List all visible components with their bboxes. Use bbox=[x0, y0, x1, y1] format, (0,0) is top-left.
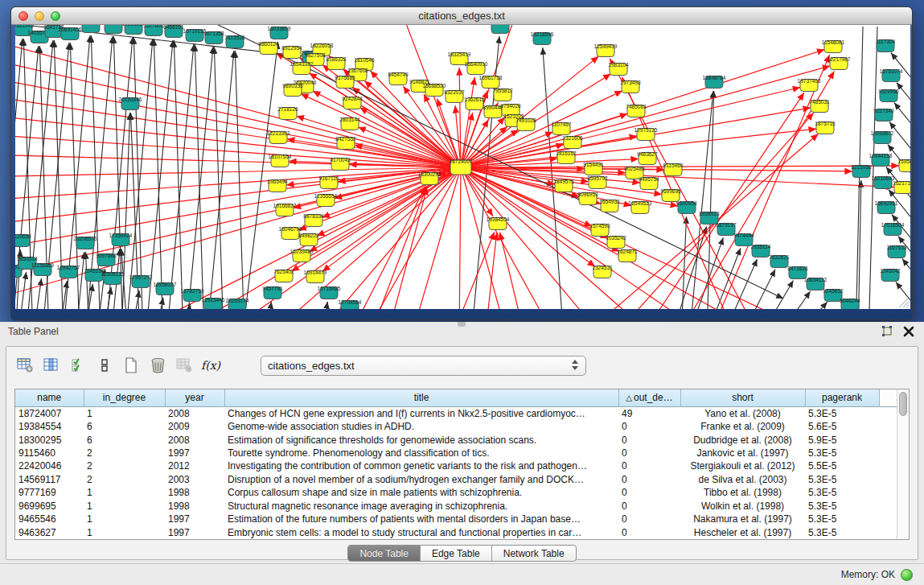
table-row[interactable]: 969969511998Structural magnetic resonanc… bbox=[15, 500, 897, 513]
column-header-title[interactable]: title bbox=[224, 389, 618, 406]
table-cell[interactable]: Genome-wide association studies in ADHD. bbox=[224, 420, 618, 433]
table-cell[interactable]: 6 bbox=[84, 433, 165, 446]
table-row[interactable]: 1938455462009Genome-wide association stu… bbox=[15, 420, 897, 433]
column-header-name[interactable]: name bbox=[15, 389, 84, 406]
table-cell[interactable]: 0 bbox=[618, 447, 680, 459]
table-cell[interactable]: Stergiakouli et al. (2012) bbox=[680, 459, 805, 472]
table-cell[interactable]: 9465546 bbox=[15, 513, 84, 525]
table-cell[interactable]: 2008 bbox=[165, 433, 224, 446]
table-row[interactable]: 946554611997Estimation of the future num… bbox=[15, 513, 897, 525]
table-cell[interactable]: Franke et al. (2009) bbox=[680, 420, 805, 433]
table-row[interactable]: 977716911998Corpus callosum shape and si… bbox=[15, 486, 897, 499]
table-cell[interactable]: 0 bbox=[618, 459, 680, 472]
table-cell[interactable]: 2 bbox=[84, 459, 165, 472]
table-cell[interactable]: 5.3E-5 bbox=[805, 500, 879, 513]
graph-node[interactable] bbox=[82, 25, 100, 33]
table-cell[interactable]: 5.9E-5 bbox=[805, 433, 879, 446]
split-pane-handle[interactable] bbox=[458, 322, 466, 327]
graph-node[interactable] bbox=[491, 25, 509, 34]
graph-edge[interactable] bbox=[133, 37, 143, 309]
table-cell[interactable]: 0 bbox=[618, 500, 680, 513]
table-cell[interactable]: 2 bbox=[84, 447, 165, 459]
table-mode-icon[interactable] bbox=[14, 354, 35, 377]
table-cell[interactable]: 1997 bbox=[165, 513, 224, 525]
graph-edge[interactable] bbox=[105, 37, 133, 309]
table-cell[interactable]: 2009 bbox=[165, 420, 224, 433]
table-cell[interactable]: Tourette syndrome. Phenomenology and cla… bbox=[224, 447, 618, 459]
table-cell[interactable]: Yano et al. (2008) bbox=[680, 406, 805, 420]
network-canvas[interactable]: 8331045140557149541712206914062043778410… bbox=[15, 25, 910, 309]
scrollbar-thumb[interactable] bbox=[899, 392, 907, 416]
canvas-resize-grip[interactable] bbox=[898, 297, 910, 308]
column-header-year[interactable]: year bbox=[165, 389, 224, 406]
graph-edge[interactable] bbox=[322, 302, 327, 309]
table-cell[interactable]: 1997 bbox=[165, 525, 224, 539]
close-window-button[interactable] bbox=[18, 11, 28, 21]
table-cell[interactable]: 0 bbox=[618, 473, 680, 486]
table-cell[interactable]: de Silva et al. (2003) bbox=[680, 473, 805, 486]
graph-edge[interactable] bbox=[889, 122, 910, 157]
select-columns-icon[interactable] bbox=[68, 354, 88, 377]
table-cell[interactable]: 5.3E-5 bbox=[805, 513, 879, 525]
table-row[interactable]: 1872400712008Changes of HCN gene express… bbox=[15, 406, 897, 420]
zoom-window-button[interactable] bbox=[51, 11, 60, 21]
table-row[interactable]: 946362711997Embryonic stem cells: a mode… bbox=[15, 525, 897, 539]
table-row[interactable]: 1456911722003Disruption of a novel membe… bbox=[15, 473, 897, 486]
table-cell[interactable]: Wolkin et al. (1998) bbox=[680, 500, 805, 513]
float-panel-icon[interactable] bbox=[881, 325, 893, 338]
table-cell[interactable]: 2 bbox=[84, 473, 165, 486]
graph-node[interactable] bbox=[125, 25, 142, 35]
table-cell[interactable]: Embryonic stem cells: a model to study s… bbox=[224, 525, 618, 539]
graph-edge[interactable] bbox=[113, 36, 123, 309]
table-row[interactable]: 2242004622012Investigating the contribut… bbox=[15, 459, 897, 472]
table-cell[interactable]: 9115460 bbox=[15, 447, 84, 459]
function-builder-icon[interactable]: f(x) bbox=[200, 354, 221, 377]
delete-table-icon[interactable] bbox=[147, 354, 168, 377]
table-cell[interactable]: 1 bbox=[84, 525, 165, 539]
graph-edge[interactable] bbox=[166, 44, 194, 309]
table-cell[interactable]: 5.3E-5 bbox=[805, 473, 879, 486]
table-cell[interactable]: 49 bbox=[618, 406, 680, 420]
window-titlebar[interactable]: citations_edges.txt bbox=[11, 7, 912, 25]
table-cell[interactable]: 5.3E-5 bbox=[805, 486, 879, 499]
table-cell[interactable]: 0 bbox=[618, 433, 680, 446]
table-cell[interactable]: 19384554 bbox=[15, 420, 84, 433]
table-cell[interactable]: 1 bbox=[84, 406, 165, 420]
table-cell[interactable]: 2012 bbox=[165, 459, 224, 472]
graph-edge[interactable] bbox=[681, 216, 687, 309]
table-cell[interactable]: 2003 bbox=[165, 473, 224, 486]
table-cell[interactable]: 18724007 bbox=[15, 406, 84, 420]
table-cell[interactable]: Structural magnetic resonance image aver… bbox=[224, 500, 618, 513]
network-view-window[interactable]: citations_edges.txt 83310451405571495417… bbox=[10, 6, 913, 320]
graph-edge[interactable] bbox=[795, 302, 827, 309]
table-cell[interactable]: 0 bbox=[618, 486, 680, 499]
graph-edge[interactable] bbox=[195, 44, 204, 309]
table-row[interactable]: 911546021997Tourette syndrome. Phenomeno… bbox=[15, 447, 897, 459]
table-cell[interactable]: Investigating the contribution of common… bbox=[224, 459, 618, 472]
table-cell[interactable]: 5.5E-5 bbox=[805, 459, 879, 472]
table-cell[interactable]: Estimation of significance thresholds fo… bbox=[224, 433, 618, 446]
column-header-in_degree[interactable]: in_degree bbox=[84, 389, 165, 406]
table-cell[interactable]: 1 bbox=[84, 500, 165, 513]
close-panel-icon[interactable] bbox=[903, 326, 914, 337]
table-cell[interactable]: Nakamura et al. (1997) bbox=[680, 513, 805, 525]
table-cell[interactable]: 1998 bbox=[165, 500, 224, 513]
graph-edge[interactable] bbox=[207, 51, 234, 309]
column-header-short[interactable]: short bbox=[680, 389, 805, 406]
vertical-scrollbar[interactable] bbox=[897, 389, 909, 539]
tab-edge-table[interactable]: Edge Table bbox=[421, 546, 492, 561]
table-cell[interactable]: 1 bbox=[84, 486, 165, 499]
show-columns-icon[interactable] bbox=[41, 354, 62, 377]
new-table-icon[interactable] bbox=[121, 354, 142, 377]
table-cell[interactable]: Dudbridge et al. (2008) bbox=[680, 433, 805, 446]
graph-edge[interactable] bbox=[363, 167, 461, 309]
column-header-pagerank[interactable]: pagerank bbox=[805, 389, 879, 406]
table-cell[interactable]: 22420046 bbox=[15, 459, 84, 472]
table-cell[interactable]: Changes of HCN gene expression and I(f) … bbox=[224, 406, 618, 420]
table-cell[interactable]: 9699695 bbox=[15, 500, 84, 513]
graph-edge[interactable] bbox=[485, 233, 497, 309]
table-cell[interactable]: 1998 bbox=[165, 486, 224, 499]
row-height-icon[interactable] bbox=[94, 354, 115, 377]
table-cell[interactable]: 2008 bbox=[165, 406, 224, 420]
table-cell[interactable]: 0 bbox=[618, 525, 680, 539]
